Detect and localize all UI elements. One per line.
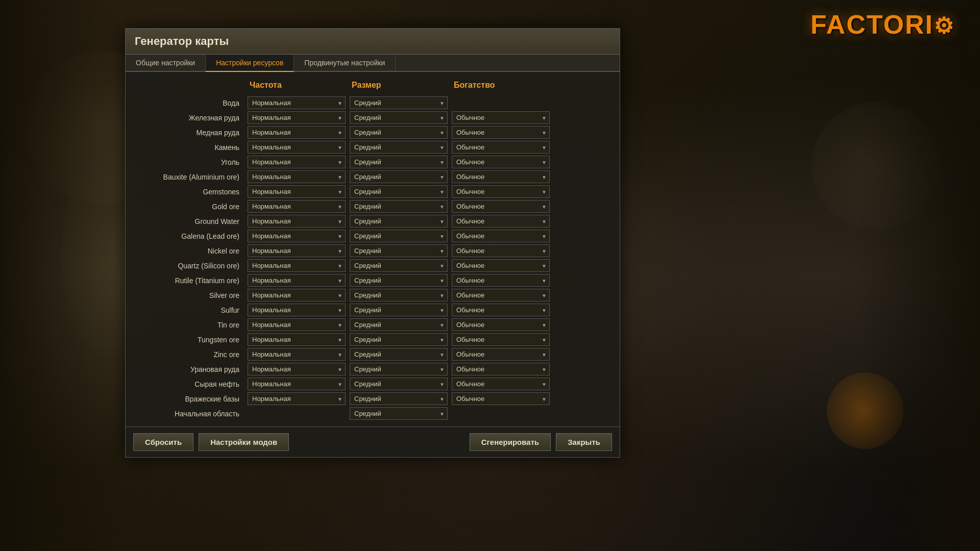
- frequency-select[interactable]: НетОчень низкаяНизкаяНормальнаяВысокаяОч…: [248, 259, 346, 272]
- frequency-select-wrapper: НетОчень низкаяНизкаяНормальнаяВысокаяОч…: [248, 215, 346, 228]
- size-select[interactable]: Очень маленькийМаленькийСреднийБольшойОч…: [350, 96, 448, 109]
- frequency-select[interactable]: НетОчень низкаяНизкаяНормальнаяВысокаяОч…: [248, 333, 346, 346]
- table-row: Железная рудаНетОчень низкаяНизкаяНормал…: [133, 111, 612, 124]
- frequency-select[interactable]: НетОчень низкаяНизкаяНормальнаяВысокаяОч…: [248, 126, 346, 139]
- richness-select[interactable]: Очень бедноеБедноеОбычноеБогатоеОчень бо…: [452, 259, 550, 272]
- richness-select-wrapper: Очень бедноеБедноеОбычноеБогатоеОчень бо…: [452, 230, 550, 242]
- frequency-select[interactable]: НетОчень низкаяНизкаяНормальнаяВысокаяОч…: [248, 274, 346, 287]
- frequency-select[interactable]: НетОчень низкаяНизкаяНормальнаяВысокаяОч…: [248, 318, 346, 331]
- richness-select[interactable]: Очень бедноеБедноеОбычноеБогатоеОчень бо…: [452, 333, 550, 346]
- frequency-select[interactable]: НетОчень низкаяНизкаяНормальнаяВысокаяОч…: [248, 244, 346, 257]
- tab-general[interactable]: Общие настройки: [126, 55, 206, 71]
- footer-left-buttons: Сбросить Настройки модов: [133, 433, 289, 451]
- frequency-select[interactable]: НетОчень низкаяНизкаяНормальнаяВысокаяОч…: [248, 170, 346, 183]
- size-select-wrapper: Очень маленькийМаленькийСреднийБольшойОч…: [350, 407, 448, 420]
- size-select[interactable]: Очень маленькийМаленькийСреднийБольшойОч…: [350, 363, 448, 375]
- frequency-select[interactable]: НетОчень низкаяНизкаяНормальнаяВысокаяОч…: [248, 156, 346, 168]
- richness-select-wrapper: Очень бедноеБедноеОбычноеБогатоеОчень бо…: [452, 274, 550, 287]
- size-select[interactable]: Очень маленькийМаленькийСреднийБольшойОч…: [350, 333, 448, 346]
- size-select[interactable]: Очень маленькийМаленькийСреднийБольшойОч…: [350, 200, 448, 213]
- reset-button[interactable]: Сбросить: [133, 433, 193, 451]
- richness-select-wrapper: Очень бедноеБедноеОбычноеБогатоеОчень бо…: [452, 259, 550, 272]
- frequency-select[interactable]: НетОчень низкаяНизкаяНормальнаяВысокаяОч…: [248, 200, 346, 213]
- resource-name: Урановая руда: [133, 365, 246, 373]
- frequency-select[interactable]: НетОчень низкаяНизкаяНормальнаяВысокаяОч…: [248, 141, 346, 154]
- resource-name: Начальная область: [133, 410, 246, 418]
- resource-name: Nickel ore: [133, 247, 246, 255]
- table-row: Zinc oreНетОчень низкаяНизкаяНормальнаяВ…: [133, 347, 612, 361]
- richness-select[interactable]: Очень бедноеБедноеОбычноеБогатоеОчень бо…: [452, 156, 550, 168]
- resource-name: Ground Water: [133, 217, 246, 226]
- richness-select[interactable]: Очень бедноеБедноеОбычноеБогатоеОчень бо…: [452, 363, 550, 375]
- frequency-select-wrapper: НетОчень низкаяНизкаяНормальнаяВысокаяОч…: [248, 392, 346, 405]
- size-select-wrapper: Очень маленькийМаленькийСреднийБольшойОч…: [350, 126, 448, 139]
- richness-select[interactable]: Очень бедноеБедноеОбычноеБогатоеОчень бо…: [452, 304, 550, 316]
- frequency-select[interactable]: НетОчень низкаяНизкаяНормальнаяВысокаяОч…: [248, 348, 346, 361]
- richness-select[interactable]: Очень бедноеБедноеОбычноеБогатоеОчень бо…: [452, 111, 550, 124]
- close-button[interactable]: Закрыть: [556, 433, 612, 451]
- frequency-select[interactable]: НетОчень низкаяНизкаяНормальнаяВысокаяОч…: [248, 392, 346, 405]
- richness-select[interactable]: Очень бедноеБедноеОбычноеБогатоеОчень бо…: [452, 230, 550, 242]
- richness-select[interactable]: Очень бедноеБедноеОбычноеБогатоеОчень бо…: [452, 348, 550, 361]
- richness-select-wrapper: Очень бедноеБедноеОбычноеБогатоеОчень бо…: [452, 170, 550, 183]
- size-select[interactable]: Очень маленькийМаленькийСреднийБольшойОч…: [350, 318, 448, 331]
- frequency-select[interactable]: НетОчень низкаяНизкаяНормальнаяВысокаяОч…: [248, 304, 346, 316]
- size-select-wrapper: Очень маленькийМаленькийСреднийБольшойОч…: [350, 156, 448, 168]
- richness-select[interactable]: Очень бедноеБедноеОбычноеБогатоеОчень бо…: [452, 141, 550, 154]
- size-select[interactable]: Очень маленькийМаленькийСреднийБольшойОч…: [350, 185, 448, 198]
- resource-rows-container: ВодаНетОчень низкаяНизкаяНормальнаяВысок…: [133, 96, 612, 420]
- size-select[interactable]: Очень маленькийМаленькийСреднийБольшойОч…: [350, 259, 448, 272]
- size-select[interactable]: Очень маленькийМаленькийСреднийБольшойОч…: [350, 230, 448, 242]
- richness-select-wrapper: Очень бедноеБедноеОбычноеБогатоеОчень бо…: [452, 185, 550, 198]
- size-select[interactable]: Очень маленькийМаленькийСреднийБольшойОч…: [350, 392, 448, 405]
- richness-select[interactable]: Очень бедноеБедноеОбычноеБогатоеОчень бо…: [452, 126, 550, 139]
- frequency-select-wrapper: НетОчень низкаяНизкаяНормальнаяВысокаяОч…: [248, 318, 346, 331]
- size-select[interactable]: Очень маленькийМаленькийСреднийБольшойОч…: [350, 304, 448, 316]
- size-select[interactable]: Очень маленькийМаленькийСреднийБольшойОч…: [350, 170, 448, 183]
- frequency-select[interactable]: НетОчень низкаяНизкаяНормальнаяВысокаяОч…: [248, 289, 346, 302]
- frequency-select[interactable]: НетОчень низкаяНизкаяНормальнаяВысокаяОч…: [248, 111, 346, 124]
- size-select[interactable]: Очень маленькийМаленькийСреднийБольшойОч…: [350, 348, 448, 361]
- resources-content: Частота Размер Богатство ВодаНетОчень ни…: [126, 72, 620, 427]
- frequency-select[interactable]: НетОчень низкаяНизкаяНормальнаяВысокаяОч…: [248, 185, 346, 198]
- richness-select-wrapper: Очень бедноеБедноеОбычноеБогатоеОчень бо…: [452, 289, 550, 302]
- size-select[interactable]: Очень маленькийМаленькийСреднийБольшойОч…: [350, 156, 448, 168]
- richness-select[interactable]: Очень бедноеБедноеОбычноеБогатоеОчень бо…: [452, 170, 550, 183]
- size-select[interactable]: Очень маленькийМаленькийСреднийБольшойОч…: [350, 215, 448, 228]
- frequency-select[interactable]: НетОчень низкаяНизкаяНормальнаяВысокаяОч…: [248, 215, 346, 228]
- size-select-wrapper: Очень маленькийМаленькийСреднийБольшойОч…: [350, 348, 448, 361]
- richness-select[interactable]: Очень бедноеБедноеОбычноеБогатоеОчень бо…: [452, 244, 550, 257]
- richness-select[interactable]: Очень бедноеБедноеОбычноеБогатоеОчень бо…: [452, 289, 550, 302]
- richness-select[interactable]: Очень бедноеБедноеОбычноеБогатоеОчень бо…: [452, 274, 550, 287]
- richness-select[interactable]: Очень бедноеБедноеОбычноеБогатоеОчень бо…: [452, 378, 550, 390]
- frequency-select[interactable]: НетОчень низкаяНизкаяНормальнаяВысокаяОч…: [248, 96, 346, 109]
- richness-select[interactable]: Очень бедноеБедноеОбычноеБогатоеОчень бо…: [452, 200, 550, 213]
- richness-select[interactable]: Очень бедноеБедноеОбычноеБогатоеОчень бо…: [452, 215, 550, 228]
- size-select[interactable]: Очень маленькийМаленькийСреднийБольшойОч…: [350, 274, 448, 287]
- size-select[interactable]: Очень маленькийМаленькийСреднийБольшойОч…: [350, 141, 448, 154]
- resource-name: Sulfur: [133, 306, 246, 314]
- frequency-select[interactable]: НетОчень низкаяНизкаяНормальнаяВысокаяОч…: [248, 363, 346, 375]
- size-select[interactable]: Очень маленькийМаленькийСреднийБольшойОч…: [350, 407, 448, 420]
- richness-select[interactable]: Очень бедноеБедноеОбычноеБогатоеОчень бо…: [452, 392, 550, 405]
- richness-select[interactable]: Очень бедноеБедноеОбычноеБогатоеОчень бо…: [452, 318, 550, 331]
- richness-select-wrapper: Очень бедноеБедноеОбычноеБогатоеОчень бо…: [452, 333, 550, 346]
- tab-advanced[interactable]: Продвинутые настройки: [294, 55, 396, 71]
- mod-settings-button[interactable]: Настройки модов: [199, 433, 289, 451]
- richness-select[interactable]: Очень бедноеБедноеОбычноеБогатоеОчень бо…: [452, 185, 550, 198]
- size-select-wrapper: Очень маленькийМаленькийСреднийБольшойОч…: [350, 141, 448, 154]
- size-select[interactable]: Очень маленькийМаленькийСреднийБольшойОч…: [350, 378, 448, 390]
- frequency-select-wrapper: НетОчень низкаяНизкаяНормальнаяВысокаяОч…: [248, 126, 346, 139]
- frequency-select-wrapper: НетОчень низкаяНизкаяНормальнаяВысокаяОч…: [248, 363, 346, 375]
- size-select[interactable]: Очень маленькийМаленькийСреднийБольшойОч…: [350, 289, 448, 302]
- tab-resources[interactable]: Настройки ресурсов: [206, 55, 294, 72]
- frequency-select-wrapper: НетОчень низкаяНизкаяНормальнаяВысокаяОч…: [248, 185, 346, 198]
- frequency-select[interactable]: НетОчень низкаяНизкаяНормальнаяВысокаяОч…: [248, 378, 346, 390]
- tab-bar: Общие настройки Настройки ресурсов Продв…: [126, 55, 620, 72]
- size-select[interactable]: Очень маленькийМаленькийСреднийБольшойОч…: [350, 111, 448, 124]
- frequency-select-wrapper: НетОчень низкаяНизкаяНормальнаяВысокаяОч…: [248, 274, 346, 287]
- size-select[interactable]: Очень маленькийМаленькийСреднийБольшойОч…: [350, 126, 448, 139]
- size-select[interactable]: Очень маленькийМаленькийСреднийБольшойОч…: [350, 244, 448, 257]
- frequency-select[interactable]: НетОчень низкаяНизкаяНормальнаяВысокаяОч…: [248, 230, 346, 242]
- generate-button[interactable]: Сгенерировать: [470, 433, 551, 451]
